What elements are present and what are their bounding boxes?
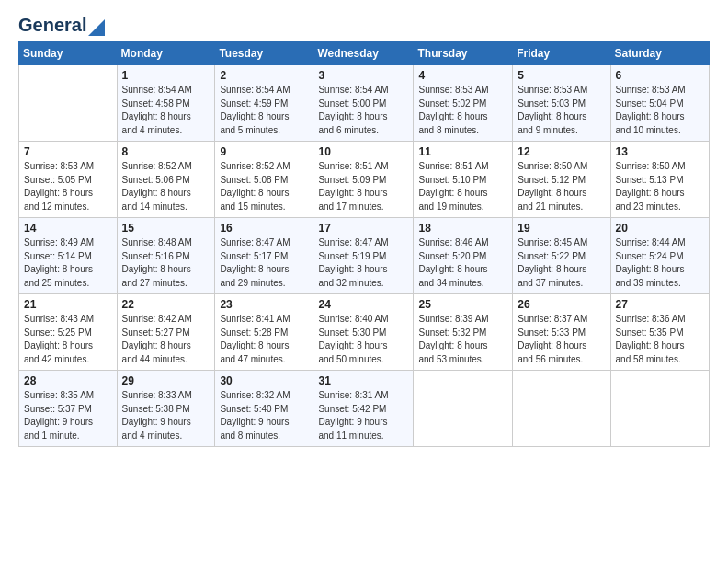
day-number: 1 <box>122 69 210 82</box>
calendar-cell: 5Sunrise: 8:53 AMSunset: 5:03 PMDaylight… <box>513 65 610 142</box>
week-row-3: 14Sunrise: 8:49 AMSunset: 5:14 PMDayligh… <box>19 218 710 294</box>
day-detail: Sunrise: 8:53 AMSunset: 5:03 PMDaylight:… <box>518 84 605 137</box>
day-number: 26 <box>518 298 605 311</box>
day-number: 27 <box>616 298 704 311</box>
calendar-cell: 9Sunrise: 8:52 AMSunset: 5:08 PMDaylight… <box>215 142 313 218</box>
day-detail: Sunrise: 8:40 AMSunset: 5:30 PMDaylight:… <box>318 313 408 366</box>
col-header-friday: Friday <box>513 42 610 65</box>
calendar-cell: 22Sunrise: 8:42 AMSunset: 5:27 PMDayligh… <box>117 294 215 371</box>
col-header-tuesday: Tuesday <box>215 42 313 65</box>
day-detail: Sunrise: 8:31 AMSunset: 5:42 PMDaylight:… <box>318 389 408 442</box>
day-number: 11 <box>418 145 507 158</box>
day-number: 7 <box>24 145 112 158</box>
svg-marker-0 <box>88 19 105 36</box>
calendar-cell: 19Sunrise: 8:45 AMSunset: 5:22 PMDayligh… <box>513 218 610 294</box>
col-header-thursday: Thursday <box>414 42 513 65</box>
day-detail: Sunrise: 8:47 AMSunset: 5:17 PMDaylight:… <box>220 236 308 290</box>
day-number: 28 <box>24 374 112 387</box>
calendar-body: 1Sunrise: 8:54 AMSunset: 4:58 PMDaylight… <box>19 65 710 447</box>
day-number: 19 <box>518 222 605 235</box>
day-number: 23 <box>220 298 308 311</box>
calendar-cell: 31Sunrise: 8:31 AMSunset: 5:42 PMDayligh… <box>313 371 414 447</box>
col-header-sunday: Sunday <box>19 42 118 65</box>
day-detail: Sunrise: 8:54 AMSunset: 4:59 PMDaylight:… <box>220 84 308 137</box>
logo-icon <box>88 16 105 36</box>
calendar-table: SundayMondayTuesdayWednesdayThursdayFrid… <box>18 41 710 447</box>
calendar-cell: 27Sunrise: 8:36 AMSunset: 5:35 PMDayligh… <box>610 294 709 371</box>
day-number: 14 <box>24 222 112 235</box>
day-detail: Sunrise: 8:37 AMSunset: 5:33 PMDaylight:… <box>518 313 605 366</box>
week-row-2: 7Sunrise: 8:53 AMSunset: 5:05 PMDaylight… <box>19 142 710 218</box>
day-detail: Sunrise: 8:46 AMSunset: 5:20 PMDaylight:… <box>418 236 507 290</box>
day-detail: Sunrise: 8:42 AMSunset: 5:27 PMDaylight:… <box>122 313 210 366</box>
day-detail: Sunrise: 8:47 AMSunset: 5:19 PMDaylight:… <box>318 236 408 290</box>
day-number: 12 <box>518 145 605 158</box>
day-detail: Sunrise: 8:48 AMSunset: 5:16 PMDaylight:… <box>122 236 210 290</box>
day-detail: Sunrise: 8:54 AMSunset: 5:00 PMDaylight:… <box>318 84 408 137</box>
day-detail: Sunrise: 8:49 AMSunset: 5:14 PMDaylight:… <box>24 236 112 290</box>
day-number: 22 <box>122 298 210 311</box>
logo-general: General <box>18 15 86 36</box>
calendar-cell: 17Sunrise: 8:47 AMSunset: 5:19 PMDayligh… <box>313 218 414 294</box>
day-detail: Sunrise: 8:52 AMSunset: 5:06 PMDaylight:… <box>122 160 210 213</box>
logo: General <box>18 15 105 32</box>
calendar-cell: 26Sunrise: 8:37 AMSunset: 5:33 PMDayligh… <box>513 294 610 371</box>
calendar-cell: 30Sunrise: 8:32 AMSunset: 5:40 PMDayligh… <box>215 371 313 447</box>
day-number: 25 <box>418 298 507 311</box>
day-detail: Sunrise: 8:35 AMSunset: 5:37 PMDaylight:… <box>24 389 112 442</box>
day-detail: Sunrise: 8:50 AMSunset: 5:13 PMDaylight:… <box>616 160 704 213</box>
day-number: 8 <box>122 145 210 158</box>
col-header-saturday: Saturday <box>610 42 709 65</box>
day-number: 3 <box>318 69 408 82</box>
day-detail: Sunrise: 8:54 AMSunset: 4:58 PMDaylight:… <box>122 84 210 137</box>
week-row-4: 21Sunrise: 8:43 AMSunset: 5:25 PMDayligh… <box>19 294 710 371</box>
calendar-cell: 15Sunrise: 8:48 AMSunset: 5:16 PMDayligh… <box>117 218 215 294</box>
calendar-cell: 3Sunrise: 8:54 AMSunset: 5:00 PMDaylight… <box>313 65 414 142</box>
calendar-cell: 20Sunrise: 8:44 AMSunset: 5:24 PMDayligh… <box>610 218 709 294</box>
day-detail: Sunrise: 8:53 AMSunset: 5:04 PMDaylight:… <box>616 84 704 137</box>
day-number: 9 <box>220 145 308 158</box>
day-number: 15 <box>122 222 210 235</box>
day-detail: Sunrise: 8:45 AMSunset: 5:22 PMDaylight:… <box>518 236 605 290</box>
calendar-cell <box>19 65 118 142</box>
calendar-cell: 28Sunrise: 8:35 AMSunset: 5:37 PMDayligh… <box>19 371 118 447</box>
day-number: 30 <box>220 374 308 387</box>
calendar-cell <box>513 371 610 447</box>
day-number: 4 <box>418 69 507 82</box>
calendar-cell: 14Sunrise: 8:49 AMSunset: 5:14 PMDayligh… <box>19 218 118 294</box>
day-detail: Sunrise: 8:53 AMSunset: 5:05 PMDaylight:… <box>24 160 112 213</box>
calendar-header-row: SundayMondayTuesdayWednesdayThursdayFrid… <box>19 42 710 65</box>
day-detail: Sunrise: 8:50 AMSunset: 5:12 PMDaylight:… <box>518 160 605 213</box>
day-number: 31 <box>318 374 408 387</box>
calendar-cell: 2Sunrise: 8:54 AMSunset: 4:59 PMDaylight… <box>215 65 313 142</box>
calendar-cell: 16Sunrise: 8:47 AMSunset: 5:17 PMDayligh… <box>215 218 313 294</box>
calendar-cell: 18Sunrise: 8:46 AMSunset: 5:20 PMDayligh… <box>414 218 513 294</box>
day-detail: Sunrise: 8:41 AMSunset: 5:28 PMDaylight:… <box>220 313 308 366</box>
calendar-cell: 4Sunrise: 8:53 AMSunset: 5:02 PMDaylight… <box>414 65 513 142</box>
day-number: 29 <box>122 374 210 387</box>
day-detail: Sunrise: 8:33 AMSunset: 5:38 PMDaylight:… <box>122 389 210 442</box>
calendar-cell: 21Sunrise: 8:43 AMSunset: 5:25 PMDayligh… <box>19 294 118 371</box>
day-detail: Sunrise: 8:43 AMSunset: 5:25 PMDaylight:… <box>24 313 112 366</box>
calendar-cell: 24Sunrise: 8:40 AMSunset: 5:30 PMDayligh… <box>313 294 414 371</box>
day-detail: Sunrise: 8:52 AMSunset: 5:08 PMDaylight:… <box>220 160 308 213</box>
day-number: 6 <box>616 69 704 82</box>
day-number: 18 <box>418 222 507 235</box>
calendar-cell: 25Sunrise: 8:39 AMSunset: 5:32 PMDayligh… <box>414 294 513 371</box>
header: General <box>18 15 710 32</box>
calendar-cell: 13Sunrise: 8:50 AMSunset: 5:13 PMDayligh… <box>610 142 709 218</box>
day-number: 5 <box>518 69 605 82</box>
calendar-cell: 1Sunrise: 8:54 AMSunset: 4:58 PMDaylight… <box>117 65 215 142</box>
day-number: 21 <box>24 298 112 311</box>
day-number: 17 <box>318 222 408 235</box>
calendar-cell: 10Sunrise: 8:51 AMSunset: 5:09 PMDayligh… <box>313 142 414 218</box>
calendar-cell: 12Sunrise: 8:50 AMSunset: 5:12 PMDayligh… <box>513 142 610 218</box>
calendar-cell: 7Sunrise: 8:53 AMSunset: 5:05 PMDaylight… <box>19 142 118 218</box>
day-detail: Sunrise: 8:51 AMSunset: 5:09 PMDaylight:… <box>318 160 408 213</box>
day-detail: Sunrise: 8:53 AMSunset: 5:02 PMDaylight:… <box>418 84 507 137</box>
day-detail: Sunrise: 8:51 AMSunset: 5:10 PMDaylight:… <box>418 160 507 213</box>
day-number: 20 <box>616 222 704 235</box>
week-row-5: 28Sunrise: 8:35 AMSunset: 5:37 PMDayligh… <box>19 371 710 447</box>
day-number: 16 <box>220 222 308 235</box>
calendar-cell <box>610 371 709 447</box>
